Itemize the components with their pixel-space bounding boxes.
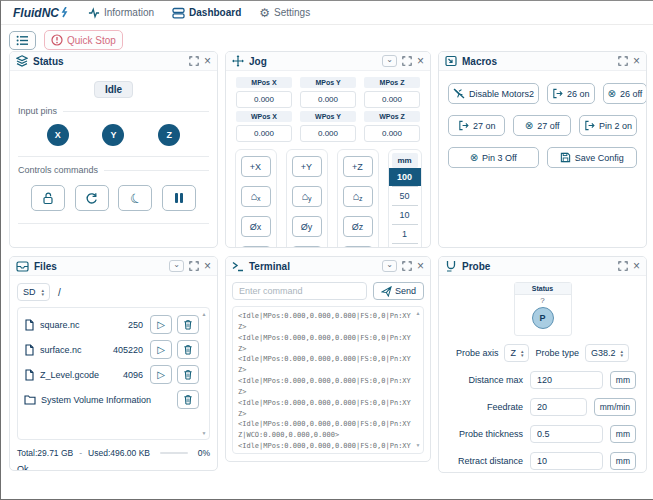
terminal-line: <Idle|MPos:0.000,0.000,0.000|FS:0,0|Pn:X… <box>238 311 413 333</box>
unlock-button[interactable] <box>31 185 65 211</box>
terminal-panel-body: Send <Idle|MPos:0.000,0.000,0.000|FS:0,0… <box>226 276 430 459</box>
fullscreen-icon[interactable] <box>402 261 412 271</box>
delete-file-button[interactable] <box>177 315 199 334</box>
file-name: surface.nc <box>40 345 108 355</box>
close-icon[interactable]: × <box>417 260 424 272</box>
nav-item-settings[interactable]: ⚙ Settings <box>259 7 310 19</box>
quick-stop-button[interactable]: Quick Stop <box>44 30 123 50</box>
reset-button[interactable] <box>75 185 109 211</box>
scroll-up-icon[interactable]: ▲ <box>416 310 421 318</box>
file-row[interactable]: surface.nc 405220 ▷ <box>24 337 199 362</box>
nav-item-information[interactable]: Information <box>88 7 154 19</box>
collapse-chevron-icon[interactable]: ⌄ <box>382 55 397 67</box>
jog-minus-z-button[interactable]: -Z <box>343 246 373 248</box>
home-y-button[interactable]: ⌂ y <box>292 186 322 207</box>
probe-type-select[interactable]: G38.2 ▴▾ <box>585 344 629 362</box>
zero-z-button[interactable]: Øz <box>343 216 373 237</box>
macro-27-off-button[interactable]: ⊗ 27 off <box>513 115 570 136</box>
step-option-100[interactable]: 100 <box>389 168 421 186</box>
drive-select[interactable]: SD ▴▾ <box>17 283 50 301</box>
probe-header-icons: × <box>618 260 640 272</box>
macro-disable-motors2-button[interactable]: Disable Motors2 <box>448 83 539 104</box>
probe-axis-select[interactable]: Z ▴▾ <box>504 344 529 362</box>
jog-header-icons: ⌄ × <box>382 55 424 67</box>
collapse-chevron-icon[interactable]: ⌄ <box>382 260 397 272</box>
fullscreen-icon[interactable] <box>189 56 199 66</box>
delete-folder-button[interactable] <box>177 390 199 409</box>
step-option-1[interactable]: 1 <box>392 224 418 243</box>
jog-minus-y-button[interactable]: -Y <box>292 246 322 248</box>
fullscreen-icon[interactable] <box>189 261 199 271</box>
jog-minus-x-button[interactable]: -X <box>241 246 271 248</box>
step-option-50[interactable]: 50 <box>392 186 418 205</box>
close-icon[interactable]: × <box>204 260 211 272</box>
home-icon: ⌂ <box>301 191 308 202</box>
jog-plus-x-button[interactable]: +X <box>241 156 271 177</box>
terminal-scrollbar[interactable]: ▲ ▼ <box>414 308 422 452</box>
sleep-button[interactable]: ☾ <box>118 185 152 211</box>
terminal-header-icons: ⌄ × <box>382 260 424 272</box>
macro-27-on-button[interactable]: 27 on <box>448 115 505 136</box>
step-selector: mm 100 50 10 1 0.1 <box>388 149 422 248</box>
feedrate-input[interactable] <box>530 398 587 416</box>
pin-off-icon: ⊗ <box>525 121 533 131</box>
home-x-button[interactable]: ⌂ x <box>241 186 271 207</box>
home-z-button[interactable]: ⌂ z <box>343 186 373 207</box>
close-icon[interactable]: × <box>204 55 211 67</box>
fullscreen-icon[interactable] <box>618 56 628 66</box>
files-panel-header: Files ⌄ × <box>10 257 217 276</box>
close-icon[interactable]: × <box>633 260 640 272</box>
file-list-scrollbar[interactable]: ▲ ▼ <box>200 309 208 438</box>
macro-pin-3-off-button[interactable]: ⊗ Pin 3 Off <box>448 147 539 168</box>
macro-pin-2-on-button[interactable]: Pin 2 on <box>579 115 637 136</box>
fullscreen-icon[interactable] <box>618 261 628 271</box>
command-input[interactable] <box>232 282 367 300</box>
macro-save-config-button[interactable]: Save Config <box>547 147 638 168</box>
zero-x-button[interactable]: Øx <box>241 216 271 237</box>
step-option-0-1[interactable]: 0.1 <box>392 243 418 248</box>
unit-label: mm <box>610 371 636 389</box>
probe-panel-title: Probe <box>462 261 613 272</box>
delete-file-button[interactable] <box>177 340 199 359</box>
run-file-button[interactable]: ▷ <box>150 315 172 334</box>
close-icon[interactable]: × <box>417 55 424 67</box>
macro-26-off-button[interactable]: ⊗ 26 off <box>603 83 647 104</box>
folder-row[interactable]: System Volume Information <box>24 387 199 412</box>
jog-plus-z-button[interactable]: +Z <box>343 156 373 177</box>
mpos-y-label: MPos Y <box>300 77 356 88</box>
file-row[interactable]: Z_Level.gcode 4096 ▷ <box>24 362 199 387</box>
send-button[interactable]: Send <box>373 282 424 300</box>
collapse-chevron-icon[interactable]: ⌄ <box>169 260 184 272</box>
zero-y-button[interactable]: Øy <box>292 216 322 237</box>
axis-letter: z <box>359 195 363 202</box>
probe-pin-badge: P <box>532 307 554 329</box>
retract-distance-input[interactable] <box>530 452 603 470</box>
pause-icon <box>175 193 183 203</box>
delete-file-button[interactable] <box>177 365 199 384</box>
close-icon[interactable]: × <box>633 55 640 67</box>
fullscreen-icon[interactable] <box>402 56 412 66</box>
probe-thickness-input[interactable] <box>530 425 603 443</box>
scroll-down-icon[interactable]: ▼ <box>416 442 421 450</box>
terminal-panel: Terminal ⌄ × Send <Idle|MPos:0 <box>225 256 431 462</box>
dashboard-icon <box>172 7 185 19</box>
terminal-line: <Idle|MPos:0.000,0.000,0.000|FS:0,0|Pn:X… <box>238 398 413 420</box>
run-file-button[interactable]: ▷ <box>150 365 172 384</box>
trash-icon <box>183 369 193 380</box>
hold-button[interactable] <box>162 185 196 211</box>
file-row[interactable]: square.nc 250 ▷ <box>24 312 199 337</box>
run-file-button[interactable]: ▷ <box>150 340 172 359</box>
scroll-up-icon[interactable]: ▲ <box>202 311 207 317</box>
scroll-down-icon[interactable]: ▼ <box>202 430 207 436</box>
status-panel: Status × Idle Input pins X Y Z Controls … <box>9 51 218 248</box>
jog-plus-y-button[interactable]: +Y <box>292 156 322 177</box>
distance-max-input[interactable] <box>530 371 603 389</box>
macro-26-on-button[interactable]: 26 on <box>547 83 595 104</box>
move-icon <box>232 55 244 67</box>
panels-menu-button[interactable] <box>9 31 36 50</box>
probe-selects-row: Probe axis Z ▴▾ Probe type G38.2 ▴▾ <box>449 344 636 362</box>
terminal-output[interactable]: <Idle|MPos:0.000,0.000,0.000|FS:0,0|Pn:X… <box>232 306 424 454</box>
step-option-10[interactable]: 10 <box>392 205 418 224</box>
macros-header-icons: × <box>618 55 640 67</box>
nav-item-dashboard[interactable]: Dashboard <box>172 7 241 19</box>
